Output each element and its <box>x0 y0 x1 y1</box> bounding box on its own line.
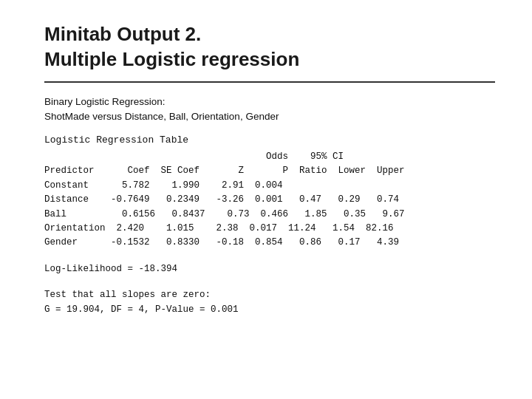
subtitle-line1: Binary Logistic Regression: <box>44 96 166 107</box>
title-line2: Multiple Logistic regression <box>44 48 299 70</box>
page-title: Minitab Output 2. Multiple Logistic regr… <box>44 22 495 72</box>
table-section-label: Logistic Regression Table <box>44 134 495 146</box>
subtitle-line2: ShotMade versus Distance, Ball, Orientat… <box>44 111 279 122</box>
test-line1: Test that all slopes are zero: <box>44 290 211 300</box>
table-row-orientation: Orientation 2.420 1.015 2.38 0.017 11.24… <box>44 223 394 233</box>
title-line1: Minitab Output 2. <box>44 23 201 45</box>
test-line2: G = 19.904, DF = 4, P-Value = 0.001 <box>44 304 239 315</box>
regression-table: Odds 95% CI Predictor Coef SE Coef Z P R… <box>44 150 495 250</box>
test-section: Test that all slopes are zero: G = 19.90… <box>44 287 495 317</box>
log-likelihood: Log-Likelihood = -18.394 <box>44 264 495 274</box>
title-divider <box>44 81 495 83</box>
table-header2: Predictor Coef SE Coef Z P Ratio Lower U… <box>44 166 405 176</box>
table-row-distance: Distance -0.7649 0.2349 -3.26 0.001 0.47… <box>44 194 399 205</box>
table-row-constant: Constant 5.782 1.990 2.91 0.004 <box>44 180 283 191</box>
table-header1: Odds 95% CI <box>44 151 344 162</box>
table-row-ball: Ball 0.6156 0.8437 0.73 0.466 1.85 0.35 … <box>44 209 405 219</box>
subtitle: Binary Logistic Regression: ShotMade ver… <box>44 95 495 125</box>
table-row-gender: Gender -0.1532 0.8330 -0.18 0.854 0.86 0… <box>44 237 399 248</box>
